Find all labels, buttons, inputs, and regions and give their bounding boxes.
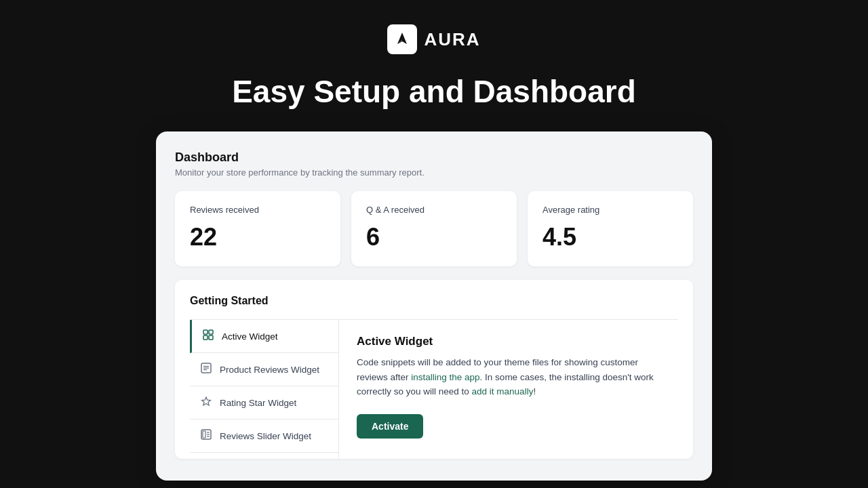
desc-text-3: ! (533, 386, 536, 396)
product-reviews-icon (199, 363, 213, 376)
stat-card-qa: Q & A received 6 (351, 191, 517, 266)
stat-label-reviews: Reviews received (190, 205, 326, 215)
dashboard-subtitle: Monitor your store performance by tracki… (175, 167, 693, 178)
activate-button[interactable]: Activate (357, 414, 423, 439)
nav-item-rating-star-label: Rating Star Widget (220, 398, 296, 408)
getting-started-section: Getting Started Active Widget Product Re… (175, 280, 693, 459)
svg-rect-0 (203, 330, 208, 334)
svg-rect-10 (203, 431, 205, 438)
svg-rect-3 (209, 336, 213, 340)
stat-value-reviews: 22 (190, 223, 326, 251)
content-title: Active Widget (357, 335, 663, 348)
stat-value-qa: 6 (366, 223, 502, 251)
stat-label-qa: Q & A received (366, 205, 502, 215)
nav-item-rating-star[interactable]: Rating Star Widget (190, 386, 338, 420)
nav-item-product-reviews[interactable]: Product Reviews Widget (190, 353, 338, 386)
brand-name: AURA (424, 29, 480, 50)
svg-rect-2 (203, 336, 208, 340)
nav-item-reviews-slider-label: Reviews Slider Widget (220, 431, 311, 441)
stat-card-reviews: Reviews received 22 (175, 191, 340, 266)
svg-marker-8 (202, 397, 211, 405)
nav-item-active-widget[interactable]: Active Widget (190, 320, 338, 353)
installing-link[interactable]: installing the app (411, 372, 479, 382)
stats-row: Reviews received 22 Q & A received 6 Ave… (175, 191, 693, 266)
svg-rect-1 (209, 330, 213, 334)
getting-started-body: Active Widget Product Reviews Widget Rat… (190, 319, 678, 459)
active-widget-icon (201, 329, 215, 343)
header: AURA (387, 24, 480, 54)
nav-item-reviews-slider[interactable]: Reviews Slider Widget (190, 420, 338, 453)
stat-label-rating: Average rating (542, 205, 678, 215)
stat-value-rating: 4.5 (542, 223, 678, 251)
aura-logo-icon (393, 30, 411, 48)
stat-card-rating: Average rating 4.5 (528, 191, 693, 266)
hero-title: Easy Setup and Dashboard (232, 73, 636, 110)
logo-box (387, 24, 417, 54)
getting-started-nav: Active Widget Product Reviews Widget Rat… (190, 320, 339, 459)
rating-star-icon (199, 396, 213, 409)
getting-started-content: Active Widget Code snippets will be adde… (339, 320, 678, 459)
manually-link[interactable]: add it manually (472, 386, 534, 396)
dashboard-card: Dashboard Monitor your store performance… (156, 131, 712, 481)
reviews-slider-icon (199, 429, 213, 443)
content-description: Code snippets will be added to your them… (357, 355, 663, 399)
getting-started-title: Getting Started (190, 295, 678, 307)
dashboard-title: Dashboard (175, 150, 693, 165)
nav-item-product-reviews-label: Product Reviews Widget (220, 365, 319, 375)
nav-item-active-widget-label: Active Widget (222, 331, 278, 342)
